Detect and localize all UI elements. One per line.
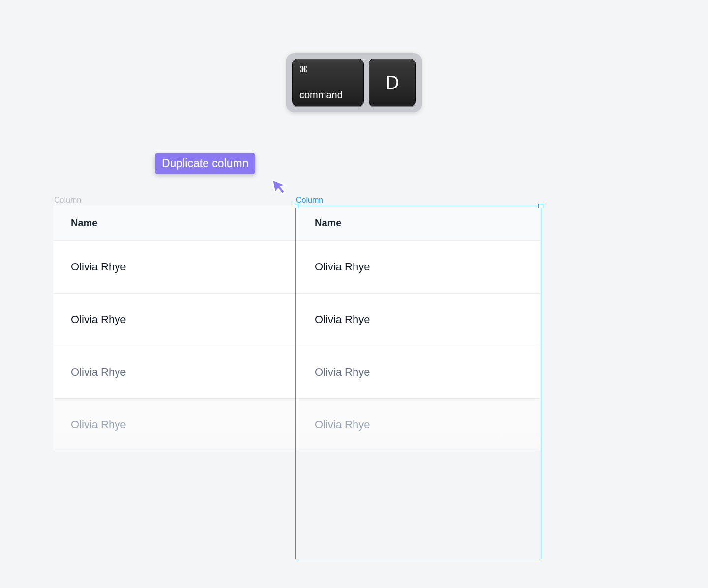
column-right[interactable]: Name Olivia Rhye Olivia Rhye Olivia Rhye… <box>297 206 541 451</box>
table-row: Olivia Rhye <box>297 399 541 451</box>
column-left[interactable]: Name Olivia Rhye Olivia Rhye Olivia Rhye… <box>53 206 297 451</box>
command-key: ⌘ command <box>292 59 364 106</box>
tooltip-label: Duplicate column <box>162 157 248 170</box>
table-row: Olivia Rhye <box>53 294 297 346</box>
column-header: Name <box>297 206 541 241</box>
table-row: Olivia Rhye <box>297 346 541 399</box>
table-area: Name Olivia Rhye Olivia Rhye Olivia Rhye… <box>53 206 541 451</box>
column-label-right: Column <box>296 196 323 205</box>
table-row: Olivia Rhye <box>53 346 297 399</box>
column-header: Name <box>53 206 297 241</box>
column-label-left: Column <box>54 196 81 205</box>
table-row: Olivia Rhye <box>53 399 297 451</box>
tooltip-chip: Duplicate column <box>155 153 255 174</box>
cursor-pointer-icon <box>272 177 290 199</box>
table-row: Olivia Rhye <box>53 241 297 294</box>
command-glyph-icon: ⌘ <box>299 64 308 75</box>
command-key-label: command <box>299 89 356 101</box>
letter-key: D <box>369 59 416 106</box>
keyboard-shortcut-badge: ⌘ command D <box>286 53 422 112</box>
table-row: Olivia Rhye <box>297 294 541 346</box>
letter-key-label: D <box>385 72 399 93</box>
table-row: Olivia Rhye <box>297 241 541 294</box>
